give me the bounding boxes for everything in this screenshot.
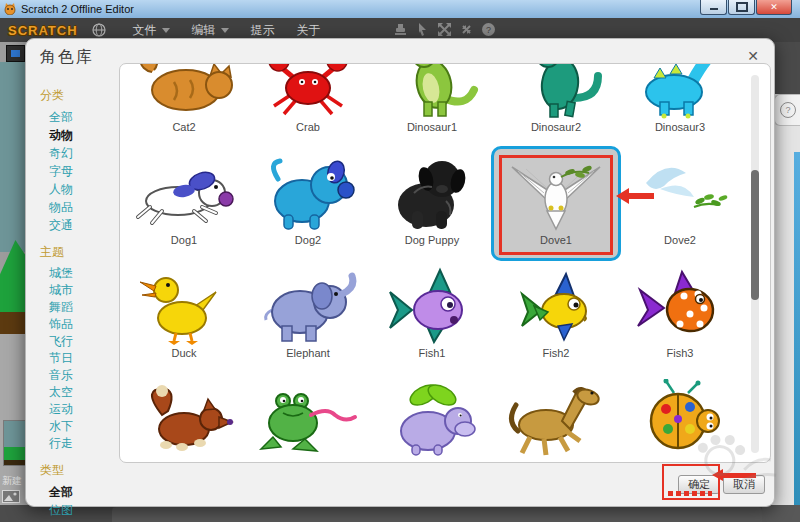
scratch-cat-icon bbox=[4, 3, 16, 15]
category-animals[interactable]: 动物 bbox=[49, 126, 120, 144]
fox-sprite-image bbox=[122, 375, 246, 459]
dog1-sprite-image bbox=[122, 149, 246, 233]
scratch-logo: SCRATCH bbox=[8, 23, 78, 38]
stage-backdrop-ground bbox=[0, 312, 28, 334]
language-globe-icon[interactable] bbox=[92, 23, 106, 37]
sprite-name: Duck bbox=[122, 347, 246, 359]
sprite-name: Dinosaur1 bbox=[370, 121, 494, 133]
right-panel-edge: ? bbox=[772, 42, 800, 505]
theme-dressup[interactable]: 饰品 bbox=[49, 316, 120, 333]
sprite-name: Fish3 bbox=[618, 347, 742, 359]
sprite-pane-edge: 新建 bbox=[0, 334, 28, 505]
scripts-pane-edge bbox=[112, 507, 762, 522]
photo-icon[interactable] bbox=[2, 490, 20, 503]
fish2-sprite-image bbox=[494, 262, 618, 346]
window-edge-accent bbox=[794, 152, 800, 505]
theme-walking[interactable]: 行走 bbox=[49, 435, 120, 452]
horse-sprite-image bbox=[494, 375, 618, 459]
help-tab-icon: ? bbox=[780, 102, 796, 118]
grow-icon[interactable] bbox=[437, 22, 452, 37]
duck-sprite-image bbox=[122, 262, 246, 346]
sprite-cell-fish3[interactable]: Fish3 bbox=[618, 262, 742, 371]
cat2-sprite-image bbox=[122, 63, 246, 120]
help-tab[interactable]: ? bbox=[774, 94, 800, 126]
right-panel-top bbox=[772, 42, 800, 94]
sprite-name: Fish1 bbox=[370, 347, 494, 359]
sprite-name: Dog1 bbox=[122, 234, 246, 246]
category-transport[interactable]: 交通 bbox=[49, 216, 120, 234]
sprite-cell-horse[interactable] bbox=[494, 375, 618, 463]
menu-about[interactable]: 关于 bbox=[297, 22, 321, 39]
grid-scrollbar-thumb[interactable] bbox=[751, 170, 759, 300]
category-people[interactable]: 人物 bbox=[49, 180, 120, 198]
dinosaur1-sprite-image bbox=[370, 63, 494, 120]
menu-tips[interactable]: 提示 bbox=[251, 22, 275, 39]
category-all[interactable]: 全部 bbox=[49, 108, 120, 126]
frog-sprite-image bbox=[246, 375, 370, 459]
dog-puppy-sprite-image bbox=[370, 149, 494, 233]
menu-file[interactable]: 文件 bbox=[133, 22, 170, 39]
sprite-name: Dog Puppy bbox=[370, 234, 494, 246]
theme-music[interactable]: 音乐 bbox=[49, 367, 120, 384]
theme-holiday[interactable]: 节日 bbox=[49, 350, 120, 367]
theme-city[interactable]: 城市 bbox=[49, 282, 120, 299]
theme-sports[interactable]: 运动 bbox=[49, 401, 120, 418]
theme-castle[interactable]: 城堡 bbox=[49, 265, 120, 282]
chevron-down-icon bbox=[221, 28, 229, 33]
category-things[interactable]: 物品 bbox=[49, 198, 120, 216]
sprite-cell-dinosaur1[interactable]: Dinosaur1 bbox=[370, 63, 494, 145]
sprite-library-dialog: 角色库 ✕ 分类 全部 动物 奇幻 字母 人物 物品 交通 主题 城堡 城市 舞… bbox=[25, 38, 775, 507]
sprite-cell-dinosaur3[interactable]: Dinosaur3 bbox=[618, 63, 742, 145]
theme-underwater[interactable]: 水下 bbox=[49, 418, 120, 435]
backdrop-thumbnail[interactable] bbox=[3, 420, 27, 466]
sprite-cell-elephant[interactable]: Elephant bbox=[246, 262, 370, 371]
theme-flying[interactable]: 飞行 bbox=[49, 333, 120, 350]
close-window-button[interactable]: ✕ bbox=[756, 0, 792, 15]
grid-scrollbar-track[interactable] bbox=[751, 75, 759, 453]
sprite-cell-cat2[interactable]: Cat2 bbox=[122, 63, 246, 145]
sprite-name: Dog2 bbox=[246, 234, 370, 246]
sprite-cell-fox[interactable] bbox=[122, 375, 246, 463]
sprite-cell-frog[interactable] bbox=[246, 375, 370, 463]
fish3-sprite-image bbox=[618, 262, 742, 346]
sprite-cell-crab[interactable]: Crab bbox=[246, 63, 370, 145]
window-titlebar: Scratch 2 Offline Editor ✕ bbox=[0, 0, 800, 19]
sprite-name: Dove2 bbox=[618, 234, 742, 246]
category-header: 分类 bbox=[40, 87, 120, 104]
elephant-sprite-image bbox=[246, 262, 370, 346]
type-bitmap[interactable]: 位图 bbox=[49, 501, 120, 519]
chevron-down-icon bbox=[162, 28, 170, 33]
theme-dance[interactable]: 舞蹈 bbox=[49, 299, 120, 316]
sprite-name: Elephant bbox=[246, 347, 370, 359]
type-all[interactable]: 全部 bbox=[49, 483, 120, 501]
sprite-name: Dinosaur2 bbox=[494, 121, 618, 133]
sprite-cell-dinosaur2[interactable]: Dinosaur2 bbox=[494, 63, 618, 145]
stage-thumbnail-icon[interactable] bbox=[6, 45, 25, 62]
sprite-cell-dog1[interactable]: Dog1 bbox=[122, 149, 246, 258]
sprite-cell-dog-puppy[interactable]: Dog Puppy bbox=[370, 149, 494, 258]
window-title: Scratch 2 Offline Editor bbox=[21, 3, 134, 15]
sprite-cell-duck[interactable]: Duck bbox=[122, 262, 246, 371]
dog2-sprite-image bbox=[246, 149, 370, 233]
cursor-icon[interactable] bbox=[415, 22, 430, 37]
sprite-cell-flying-hippo[interactable] bbox=[370, 375, 494, 463]
sprite-cell-dog2[interactable]: Dog2 bbox=[246, 149, 370, 258]
minimize-button[interactable] bbox=[700, 0, 727, 15]
sprite-cell-dove2[interactable]: Dove2 bbox=[618, 149, 742, 258]
category-fantasy[interactable]: 奇幻 bbox=[49, 144, 120, 162]
theme-space[interactable]: 太空 bbox=[49, 384, 120, 401]
type-header: 类型 bbox=[40, 462, 120, 479]
sprite-cell-fish2[interactable]: Fish2 bbox=[494, 262, 618, 371]
category-letters[interactable]: 字母 bbox=[49, 162, 120, 180]
help-icon[interactable]: ? bbox=[481, 22, 496, 37]
scratch-editor-window: Scratch 2 Offline Editor ✕ SCRATCH 文件 编辑… bbox=[0, 0, 800, 522]
bottom-panel-edge bbox=[0, 505, 800, 522]
maximize-button[interactable] bbox=[728, 0, 755, 15]
menu-edit[interactable]: 编辑 bbox=[192, 22, 229, 39]
shrink-icon[interactable] bbox=[459, 22, 474, 37]
duplicate-stamp-icon[interactable] bbox=[393, 22, 408, 37]
sprite-cell-fish1[interactable]: Fish1 bbox=[370, 262, 494, 371]
dialog-title: 角色库 bbox=[40, 47, 94, 68]
sprite-grid: Cat2 bbox=[119, 63, 771, 463]
dinosaur2-sprite-image bbox=[494, 63, 618, 120]
